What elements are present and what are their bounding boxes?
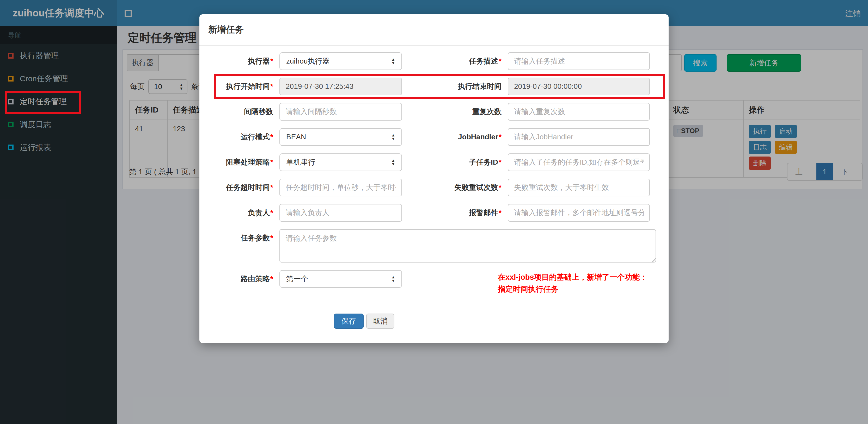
child-job-input[interactable] bbox=[508, 153, 650, 171]
repeat-count-label: 重复次数 bbox=[402, 103, 508, 121]
select-arrows-icon: ▲▼ bbox=[391, 159, 395, 166]
child-job-label: 子任务ID* bbox=[402, 153, 508, 171]
required-marker: * bbox=[270, 57, 273, 65]
required-marker: * bbox=[499, 133, 501, 141]
required-marker: * bbox=[270, 158, 273, 166]
block-strategy-select[interactable]: 单机串行 ▲▼ bbox=[279, 153, 402, 171]
job-param-textarea[interactable] bbox=[279, 229, 656, 263]
select-arrows-icon: ▲▼ bbox=[391, 58, 395, 65]
end-time-input[interactable] bbox=[508, 77, 650, 95]
executor-label: 执行器* bbox=[207, 52, 279, 70]
glue-type-label: 运行模式* bbox=[207, 128, 279, 146]
job-desc-input[interactable] bbox=[508, 52, 650, 70]
executor-select-value: zuihou执行器 bbox=[286, 56, 330, 66]
save-button[interactable]: 保存 bbox=[334, 314, 364, 329]
required-marker: * bbox=[499, 208, 501, 217]
alarm-email-input[interactable] bbox=[508, 204, 650, 222]
required-marker: * bbox=[270, 208, 273, 217]
block-strategy-label: 阻塞处理策略* bbox=[207, 153, 279, 171]
retry-label: 失败重试次数* bbox=[402, 179, 508, 196]
end-time-label: 执行结束时间 bbox=[402, 77, 508, 95]
required-marker: * bbox=[499, 158, 501, 166]
modal-title: 新增任务 bbox=[199, 14, 669, 45]
glue-type-select[interactable]: BEAN ▲▼ bbox=[279, 128, 402, 146]
start-time-label: 执行开始时间* bbox=[207, 77, 279, 95]
required-marker: * bbox=[499, 57, 501, 65]
route-strategy-select-value: 第一个 bbox=[286, 274, 308, 284]
interval-label: 间隔秒数 bbox=[207, 103, 279, 121]
modal-footer-divider bbox=[207, 303, 662, 303]
job-handler-input[interactable] bbox=[508, 128, 650, 146]
timeout-label: 任务超时时间* bbox=[207, 179, 279, 196]
repeat-count-input[interactable] bbox=[508, 103, 650, 121]
start-time-input[interactable] bbox=[279, 77, 402, 95]
author-label: 负责人* bbox=[207, 204, 279, 222]
glue-type-select-value: BEAN bbox=[286, 133, 306, 141]
required-marker: * bbox=[270, 275, 273, 283]
alarm-email-label: 报警邮件* bbox=[402, 204, 508, 222]
author-input[interactable] bbox=[279, 204, 402, 222]
required-marker: * bbox=[270, 183, 273, 191]
executor-select[interactable]: zuihou执行器 ▲▼ bbox=[279, 52, 402, 70]
feature-note-text: 在xxl-jobs项目的基础上，新增了一个功能： 指定时间执行任务 bbox=[498, 270, 648, 295]
retry-input[interactable] bbox=[508, 179, 650, 196]
block-strategy-select-value: 单机串行 bbox=[286, 157, 315, 167]
required-marker: * bbox=[270, 234, 273, 242]
job-handler-label: JobHandler* bbox=[402, 128, 508, 146]
required-marker: * bbox=[270, 82, 273, 90]
route-strategy-label: 路由策略* bbox=[207, 270, 279, 295]
job-desc-label: 任务描述* bbox=[402, 52, 508, 70]
cancel-button[interactable]: 取消 bbox=[366, 314, 394, 329]
route-strategy-select[interactable]: 第一个 ▲▼ bbox=[279, 270, 402, 288]
required-marker: * bbox=[499, 183, 501, 191]
timeout-input[interactable] bbox=[279, 179, 402, 196]
required-marker: * bbox=[270, 133, 273, 141]
interval-input[interactable] bbox=[279, 103, 402, 121]
select-arrows-icon: ▲▼ bbox=[391, 133, 395, 141]
add-task-modal: 新增任务 执行器* zuihou执行器 ▲▼ 任务描述* 执行开始时间* 执行结… bbox=[199, 14, 669, 343]
select-arrows-icon: ▲▼ bbox=[391, 275, 395, 283]
job-param-label: 任务参数* bbox=[207, 229, 279, 263]
